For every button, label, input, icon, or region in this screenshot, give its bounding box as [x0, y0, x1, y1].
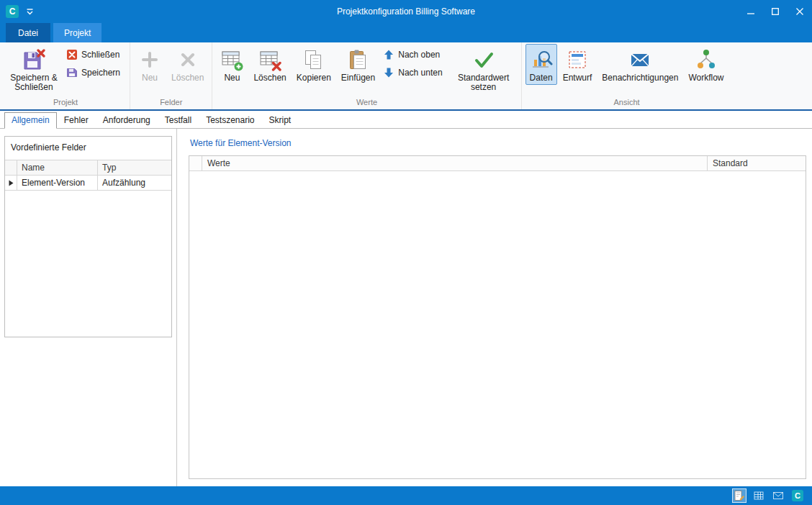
status-icon-fields[interactable]	[732, 488, 746, 503]
view-data-label: Daten	[530, 73, 553, 83]
current-row-arrow-icon	[9, 180, 14, 186]
document-tab-strip: Allgemein Fehler Anforderung Testfall Te…	[0, 111, 812, 129]
row-selector-cell	[5, 176, 17, 191]
titlebar: C Projektkonfiguration Billing Software	[0, 0, 812, 23]
new-value-label: Neu	[224, 73, 240, 83]
status-icon-notifications[interactable]	[771, 488, 785, 503]
tab-allgemein[interactable]: Allgemein	[4, 112, 57, 129]
values-grid: Werte Standard	[189, 155, 806, 479]
paste-icon	[347, 48, 370, 71]
close-button[interactable]	[788, 0, 812, 23]
predefined-fields-title: Vordefinierte Felder	[5, 137, 171, 160]
move-down-label: Nach unten	[398, 68, 442, 78]
paste-button[interactable]: Einfügen	[337, 44, 379, 85]
plus-icon	[138, 48, 161, 71]
tab-datei[interactable]: Datei	[6, 23, 50, 42]
minimize-button[interactable]	[739, 0, 763, 23]
arrow-down-icon	[383, 67, 394, 78]
save-and-close-button[interactable]: Speichern & Schließen	[5, 44, 63, 94]
save-icon	[66, 67, 78, 78]
save-close-icon	[22, 48, 45, 71]
ribbon-group-ansicht: Daten Entwurf	[522, 42, 732, 109]
new-field-button[interactable]: Neu	[134, 44, 166, 85]
move-up-button[interactable]: Nach oben	[381, 47, 448, 63]
notifications-button[interactable]: Benachrichtigungen	[597, 44, 682, 85]
delete-field-button[interactable]: Löschen	[167, 44, 208, 85]
fields-grid: Name Typ Element-Version Aufzählung	[5, 160, 171, 191]
tab-projekt[interactable]: Projekt	[53, 23, 102, 42]
window-controls	[739, 0, 812, 23]
main-content: Vordefinierte Felder Name Typ Element-Ve…	[0, 129, 812, 486]
tab-testfall[interactable]: Testfall	[158, 112, 199, 129]
new-value-button[interactable]: Neu	[216, 44, 248, 85]
tab-anforderung[interactable]: Anforderung	[96, 112, 158, 129]
quick-access-dropdown-icon[interactable]	[26, 9, 34, 15]
delete-field-label: Löschen	[171, 73, 204, 83]
table-delete-icon	[258, 48, 281, 71]
table-add-icon	[220, 48, 243, 71]
arrow-up-icon	[383, 49, 394, 60]
statusbar: C	[0, 486, 812, 505]
column-header-name[interactable]: Name	[17, 160, 98, 176]
predefined-fields-panel: Vordefinierte Felder Name Typ Element-Ve…	[4, 136, 172, 337]
column-header-typ[interactable]: Typ	[98, 160, 171, 176]
x-icon	[176, 48, 199, 71]
cell-field-typ: Aufzählung	[98, 176, 171, 191]
data-magnifier-icon	[530, 48, 553, 71]
group-caption-projekt: Projekt	[5, 97, 126, 109]
save-and-close-label: Speichern & Schließen	[9, 73, 58, 92]
workflow-button[interactable]: Workflow	[684, 44, 728, 85]
group-caption-werte: Werte	[216, 97, 517, 109]
close-project-button[interactable]: Schließen	[64, 47, 126, 63]
window-title: Projektkonfiguration Billing Software	[0, 6, 812, 17]
move-down-button[interactable]: Nach unten	[381, 65, 448, 81]
move-up-label: Nach oben	[398, 50, 440, 60]
right-region: Werte für Element-Version Werte Standard	[177, 129, 812, 486]
copy-label: Kopieren	[297, 73, 331, 83]
column-header-werte[interactable]: Werte	[202, 156, 708, 170]
column-header-standard[interactable]: Standard	[708, 156, 806, 170]
envelope-icon	[628, 48, 651, 71]
status-app-logo-icon[interactable]: C	[790, 488, 805, 503]
app-logo-icon: C	[6, 5, 19, 18]
checkmark-icon	[472, 48, 495, 71]
new-field-label: Neu	[142, 73, 158, 83]
copy-icon	[302, 48, 325, 71]
save-label: Speichern	[81, 68, 120, 78]
set-default-value-button[interactable]: Standardwert setzen	[450, 44, 518, 94]
group-caption-ansicht: Ansicht	[525, 97, 728, 109]
ribbon-tab-row: Datei Projekt	[0, 23, 812, 42]
set-default-value-label: Standardwert setzen	[454, 73, 513, 92]
delete-value-label: Löschen	[253, 73, 286, 83]
ribbon: Speichern & Schließen Schließen	[0, 42, 812, 111]
close-file-icon	[66, 49, 78, 60]
row-selector-header	[5, 160, 17, 176]
save-button[interactable]: Speichern	[64, 65, 126, 81]
design-form-icon	[566, 48, 589, 71]
fields-grid-header: Name Typ	[5, 160, 171, 176]
paste-label: Einfügen	[341, 73, 375, 83]
values-grid-header: Werte Standard	[189, 156, 806, 171]
notifications-label: Benachrichtigungen	[602, 73, 678, 83]
tab-skript[interactable]: Skript	[262, 112, 299, 129]
maximize-button[interactable]	[763, 0, 788, 23]
delete-value-button[interactable]: Löschen	[249, 44, 290, 85]
ribbon-group-projekt: Speichern & Schließen Schließen	[1, 42, 130, 109]
workflow-icon	[695, 48, 718, 71]
values-panel-title: Werte für Element-Version	[190, 138, 292, 148]
close-project-label: Schließen	[81, 50, 119, 60]
tab-testszenario[interactable]: Testszenario	[199, 112, 261, 129]
table-row[interactable]: Element-Version Aufzählung	[5, 176, 171, 191]
cell-field-name: Element-Version	[17, 176, 98, 191]
tab-fehler[interactable]: Fehler	[57, 112, 96, 129]
workflow-label: Workflow	[688, 73, 723, 83]
values-row-selector-header	[189, 156, 202, 170]
app-logo-small: C	[792, 490, 803, 501]
view-design-label: Entwurf	[563, 73, 592, 83]
view-data-button[interactable]: Daten	[525, 44, 557, 85]
copy-button[interactable]: Kopieren	[292, 44, 335, 85]
view-design-button[interactable]: Entwurf	[559, 44, 597, 85]
left-region: Vordefinierte Felder Name Typ Element-Ve…	[0, 129, 176, 486]
status-icon-grid[interactable]	[752, 488, 766, 503]
group-caption-felder: Felder	[134, 97, 208, 109]
